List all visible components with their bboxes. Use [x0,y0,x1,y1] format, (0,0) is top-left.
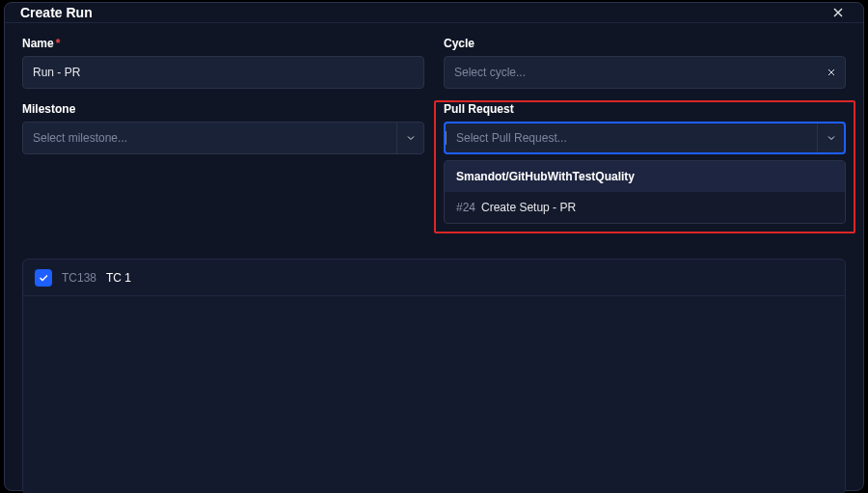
cycle-placeholder: Select cycle... [445,66,818,79]
pull-request-field: Pull Request Select Pull Request... [444,102,846,154]
test-case-list: TC138 TC 1 [22,259,846,493]
milestone-field: Milestone Select milestone... [22,102,424,154]
cycle-select[interactable]: Select cycle... [444,56,846,89]
cycle-label: Cycle [444,37,475,50]
milestone-label: Milestone [22,102,75,116]
pull-request-caret[interactable] [817,123,844,152]
create-run-modal: Create Run Name * Milestone [4,2,864,491]
test-case-name: TC 1 [106,271,131,285]
chevron-down-icon [405,132,417,144]
milestone-select[interactable]: Select milestone... [22,122,424,154]
required-asterisk: * [56,37,61,50]
modal-body: Name * Milestone Select milestone... [5,23,863,493]
name-label: Name [22,37,54,50]
right-column: Cycle Select cycle... Pull Request [444,37,846,233]
milestone-placeholder: Select milestone... [23,131,396,145]
pull-request-label: Pull Request [444,102,514,116]
milestone-caret[interactable] [396,123,423,153]
test-case-checkbox[interactable] [35,269,52,287]
close-button[interactable] [828,3,848,22]
pr-dropdown-group: Smandot/GitHubWithTestQuality [445,161,845,192]
pull-request-highlight: Pull Request Select Pull Request... Sman… [434,100,855,233]
modal-header: Create Run [5,3,863,23]
pull-request-select[interactable]: Select Pull Request... [444,122,846,154]
test-case-id: TC138 [62,271,96,285]
pull-request-placeholder: Select Pull Request... [446,131,817,145]
name-field: Name * [22,37,424,89]
modal-title: Create Run [20,5,93,20]
pr-dropdown-item[interactable]: #24Create Setup - PR [445,192,845,223]
name-input[interactable] [22,56,424,89]
table-row[interactable]: TC138 TC 1 [23,260,845,296]
cycle-field: Cycle Select cycle... [444,37,846,89]
pr-item-number: #24 [456,201,475,214]
check-icon [38,272,49,284]
pull-request-dropdown: Smandot/GitHubWithTestQuality #24Create … [444,160,846,224]
pr-item-label: Create Setup - PR [481,201,576,214]
close-icon [826,67,837,78]
close-icon [830,5,846,20]
left-column: Name * Milestone Select milestone... [22,37,424,233]
chevron-down-icon [826,132,837,144]
cycle-clear[interactable] [818,57,845,88]
